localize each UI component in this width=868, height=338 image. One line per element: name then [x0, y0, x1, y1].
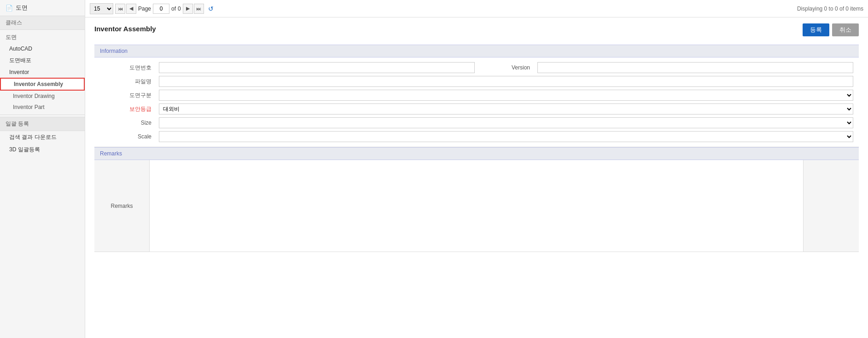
form-area: Inventor Assembly 등록 취소 Information 도면번호… — [85, 17, 868, 259]
sidebar-item-inventor-drawing[interactable]: Inventor Drawing — [0, 91, 85, 102]
pagination-nav-next: ▶ ⏭ — [183, 4, 204, 14]
security-label: 보안등급 — [100, 105, 155, 113]
sidebar-item-search-download[interactable]: 검색 결과 다운로드 — [0, 131, 85, 143]
cancel-button[interactable]: 취소 — [832, 23, 859, 36]
drawing-number-input[interactable] — [159, 62, 475, 73]
sidebar-group-doumyun: 도면 — [0, 30, 85, 43]
filename-label: 파일명 — [100, 78, 155, 86]
security-select[interactable]: 대외비 일반 기밀 — [159, 103, 853, 115]
prev-page-button[interactable]: ◀ — [126, 4, 136, 14]
sidebar-divider — [0, 115, 85, 115]
sidebar-section-label: 클래스 — [0, 16, 85, 30]
remarks-right-cell — [804, 160, 859, 252]
sidebar-item-inventor-assembly[interactable]: Inventor Assembly — [0, 78, 85, 91]
current-page-input[interactable] — [153, 4, 169, 14]
remarks-label: Remarks — [94, 160, 150, 252]
sidebar-group-bulk: 일괄 등록 — [0, 117, 85, 131]
form-grid: 도면번호 Version 파일명 도면구분 보안등급 대외비 — [94, 57, 859, 147]
page-indicator: Page of 0 — [138, 4, 181, 14]
content-area: Inventor Assembly 등록 취소 Information 도면번호… — [85, 17, 868, 338]
drawing-number-label: 도면번호 — [100, 64, 155, 72]
filename-input[interactable] — [159, 76, 853, 87]
remarks-grid: Remarks — [94, 160, 859, 252]
remarks-section-header: Remarks — [94, 147, 859, 160]
drawing-type-label: 도면구분 — [100, 92, 155, 99]
page-label: Page — [138, 6, 151, 12]
drawing-type-select[interactable] — [159, 90, 853, 101]
information-section-header: Information — [94, 45, 859, 57]
register-button[interactable]: 등록 — [803, 23, 829, 36]
size-select[interactable] — [159, 117, 853, 128]
form-title: Inventor Assembly — [94, 25, 156, 33]
remarks-textarea[interactable] — [150, 160, 804, 252]
sidebar-header: 📄 도면 — [0, 0, 85, 16]
page-size-select[interactable]: 15 30 50 100 — [90, 3, 113, 14]
total-pages: 0 — [178, 6, 181, 12]
of-label: of — [171, 6, 176, 12]
sidebar: 📄 도면 클래스 도면 AutoCAD 도면배포 Inventor Invent… — [0, 0, 85, 338]
toolbar: 15 30 50 100 ⏮ ◀ Page of 0 ▶ ⏭ ↺ Display… — [85, 0, 868, 17]
form-actions: 등록 취소 — [803, 23, 859, 36]
main-content: 15 30 50 100 ⏮ ◀ Page of 0 ▶ ⏭ ↺ Display… — [85, 0, 868, 338]
first-page-button[interactable]: ⏮ — [115, 4, 125, 14]
size-label: Size — [100, 120, 155, 126]
refresh-button[interactable]: ↺ — [206, 4, 216, 14]
form-title-row: Inventor Assembly 등록 취소 — [94, 25, 859, 38]
version-input[interactable] — [537, 62, 853, 73]
sidebar-header-label: 도면 — [16, 4, 28, 12]
sidebar-item-inventor[interactable]: Inventor — [0, 67, 85, 78]
sidebar-item-bulk-register[interactable]: 3D 일괄등록 — [0, 143, 85, 156]
scale-select[interactable] — [159, 131, 853, 142]
information-section: Information 도면번호 Version 파일명 도면구분 — [94, 45, 859, 147]
displaying-info: Displaying 0 to 0 of 0 items — [797, 6, 863, 12]
last-page-button[interactable]: ⏭ — [194, 4, 204, 14]
pagination-nav: ⏮ ◀ — [115, 4, 136, 14]
version-label: Version — [478, 64, 534, 71]
next-page-button[interactable]: ▶ — [183, 4, 193, 14]
sidebar-item-doumyunbaebo[interactable]: 도면배포 — [0, 54, 85, 67]
sidebar-item-inventor-part[interactable]: Inventor Part — [0, 102, 85, 113]
remarks-section: Remarks Remarks — [94, 147, 859, 252]
doc-icon: 📄 — [6, 5, 13, 11]
sidebar-item-autocad[interactable]: AutoCAD — [0, 43, 85, 54]
scale-label: Scale — [100, 133, 155, 140]
